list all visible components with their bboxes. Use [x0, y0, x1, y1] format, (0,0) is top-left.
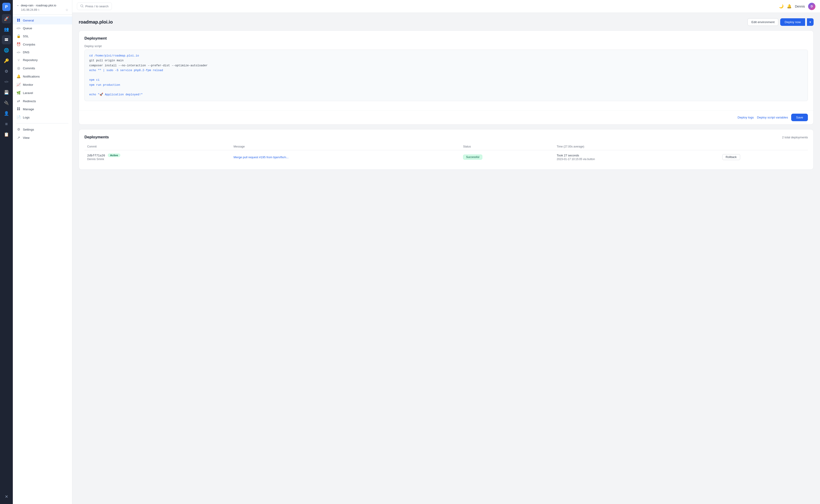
rail-servers-icon[interactable]: [2, 35, 11, 44]
rail-globe-icon[interactable]: 🌐: [2, 46, 11, 55]
sidebar-item-view[interactable]: ↗ View: [13, 134, 72, 142]
deploy-now-button[interactable]: Deploy now: [780, 18, 805, 26]
favorite-icon[interactable]: ☆: [65, 8, 68, 12]
sidebar-item-settings[interactable]: ⚙ Settings: [13, 125, 72, 134]
col-time: Time (27.00s average): [554, 143, 719, 150]
table-body: 2dbff71a26 Active Dennis Smink Merge pul…: [84, 150, 808, 164]
dns-icon: </>: [16, 51, 21, 54]
commits-icon: ◎: [16, 66, 21, 70]
deployments-card-body: Deployments 2 total deployments Commit M…: [79, 129, 813, 169]
page-header: roadmap.ploi.io Edit environment Deploy …: [79, 18, 814, 26]
time-cell: Took 27 seconds 2023-01-17 10:15:05 via …: [554, 150, 719, 164]
svg-rect-7: [19, 107, 20, 109]
sidebar-item-notifications[interactable]: 🔔 Notifications: [13, 72, 72, 80]
content-area: roadmap.ploi.io Edit environment Deploy …: [72, 13, 820, 504]
rail-code-icon[interactable]: </>: [2, 77, 11, 86]
logo-icon[interactable]: P: [2, 3, 11, 11]
code-block[interactable]: cd /home/ploi/roadmap.ploi.io git pull o…: [84, 50, 808, 101]
manage-label: Manage: [23, 107, 34, 111]
notifications-icon: 🔔: [16, 74, 21, 78]
sidebar-item-commits[interactable]: ◎ Commits: [13, 64, 72, 72]
edit-environment-button[interactable]: Edit environment: [748, 18, 778, 26]
sidebar-back-link[interactable]: ← deep-rain · roadmap.ploi.io: [16, 4, 68, 7]
col-actions: [720, 143, 808, 150]
save-button[interactable]: Save: [791, 114, 808, 121]
svg-rect-1: [5, 40, 8, 41]
sidebar-item-redirects[interactable]: ⇄ Redirects: [13, 97, 72, 105]
rail-list-icon[interactable]: ≡: [2, 119, 11, 129]
sidebar-item-dns[interactable]: </> DNS: [13, 48, 72, 56]
svg-rect-6: [17, 107, 18, 109]
sidebar-item-cronjobs[interactable]: ⏰ Cronjobs: [13, 40, 72, 48]
cronjobs-label: Cronjobs: [23, 43, 35, 46]
table-row: 2dbff71a26 Active Dennis Smink Merge pul…: [84, 150, 808, 164]
sidebar-item-manage[interactable]: Manage: [13, 105, 72, 113]
deployment-card-footer: Deploy logs Deploy script variables Save: [79, 110, 813, 124]
repository-icon: ⑂: [16, 58, 21, 62]
rail-rocket-icon[interactable]: 🚀: [2, 14, 11, 23]
sidebar-item-monitor[interactable]: 📈 Monitor: [13, 80, 72, 89]
moon-icon[interactable]: 🌙: [779, 4, 784, 9]
commit-hash: 2dbff71a26: [87, 154, 105, 157]
table-head: Commit Message Status Time (27.00s avera…: [84, 143, 808, 150]
commit-message-link[interactable]: Merge pull request #195 from bjarn/fix/n…: [234, 155, 289, 159]
notifications-label: Notifications: [23, 75, 40, 78]
rail-plugin-icon[interactable]: 🔌: [2, 98, 11, 107]
sidebar-item-ssl[interactable]: 🔒 SSL: [13, 32, 72, 40]
main-content: Press / to search 🌙 🔔 Dennis D roadmap.p…: [72, 0, 820, 504]
repository-label: Repository: [23, 58, 38, 62]
active-badge: Active: [108, 153, 120, 157]
sidebar-item-queue[interactable]: </> Queue: [13, 24, 72, 32]
copy-ip-icon[interactable]: ⎘: [38, 8, 40, 11]
commit-author: Dennis Smink: [87, 158, 228, 161]
logs-label: Logs: [23, 116, 30, 119]
rail-tools-icon[interactable]: ⚙: [2, 67, 11, 76]
settings-label: Settings: [23, 128, 34, 131]
sidebar-item-laravel[interactable]: 🌿 Laravel: [13, 89, 72, 97]
sidebar-item-logs[interactable]: 📄 Logs: [13, 113, 72, 121]
queue-icon: </>: [16, 27, 21, 30]
monitor-icon: 📈: [16, 83, 21, 87]
topbar-right: 🌙 🔔 Dennis D: [779, 3, 815, 10]
search-button[interactable]: Press / to search: [77, 3, 112, 10]
svg-rect-4: [17, 20, 18, 21]
cronjobs-icon: ⏰: [16, 42, 21, 46]
rail-user-icon[interactable]: 👤: [2, 109, 11, 118]
svg-rect-2: [17, 19, 18, 20]
rail-users-icon[interactable]: 👥: [2, 25, 11, 34]
sidebar-item-repository[interactable]: ⑂ Repository: [13, 56, 72, 64]
sidebar-header: ← deep-rain · roadmap.ploi.io 141.98.24.…: [13, 0, 72, 15]
rail-note-icon[interactable]: 📋: [2, 130, 11, 139]
col-message: Message: [231, 143, 460, 150]
sidebar-nav: General </> Queue 🔒 SSL ⏰ Cronjobs </> D…: [13, 15, 72, 504]
deploy-script-vars-button[interactable]: Deploy script variables: [757, 116, 788, 119]
general-icon: [16, 19, 21, 22]
svg-point-10: [81, 5, 83, 7]
deploy-caret-button[interactable]: ▾: [807, 18, 814, 26]
sidebar-item-general[interactable]: General: [13, 16, 72, 24]
bell-icon[interactable]: 🔔: [787, 4, 792, 9]
view-label: View: [23, 136, 30, 139]
time-detail: 2023-01-17 10:15:05 via button: [557, 158, 717, 161]
col-commit: Commit: [84, 143, 231, 150]
svg-rect-0: [5, 38, 8, 40]
ssl-label: SSL: [23, 35, 29, 38]
svg-rect-9: [19, 109, 20, 110]
status-cell: Successful: [460, 150, 554, 164]
avatar[interactable]: D: [808, 3, 815, 10]
deploy-logs-button[interactable]: Deploy logs: [738, 116, 754, 119]
rail-close-icon[interactable]: ✕: [2, 492, 11, 501]
rail-storage-icon[interactable]: 💾: [2, 88, 11, 97]
username-label: Dennis: [795, 5, 805, 8]
deployments-card: Deployments 2 total deployments Commit M…: [79, 129, 814, 170]
rollback-button[interactable]: Rollback: [722, 154, 740, 160]
deployment-card-body: Deployment Deploy script cd /home/ploi/r…: [79, 31, 813, 110]
status-badge: Successful: [463, 155, 482, 160]
ssl-icon: 🔒: [16, 34, 21, 38]
general-label: General: [23, 19, 34, 22]
message-cell: Merge pull request #195 from bjarn/fix/n…: [231, 150, 460, 164]
rail-key-icon[interactable]: 🔑: [2, 56, 11, 65]
svg-rect-5: [19, 20, 20, 21]
dns-label: DNS: [23, 51, 30, 54]
deployment-section-title: Deployment: [84, 36, 808, 41]
